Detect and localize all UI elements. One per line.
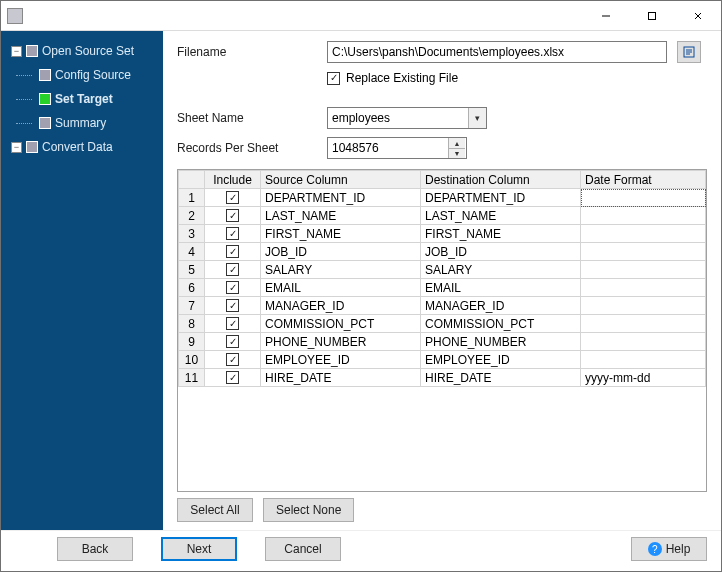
include-checkbox[interactable]: ✓ xyxy=(226,371,239,384)
records-per-sheet-label: Records Per Sheet xyxy=(177,141,317,155)
row-number: 8 xyxy=(179,315,205,333)
include-checkbox[interactable]: ✓ xyxy=(226,317,239,330)
include-checkbox[interactable]: ✓ xyxy=(226,335,239,348)
date-format-cell[interactable] xyxy=(581,261,706,279)
minimize-button[interactable] xyxy=(583,1,629,31)
maximize-button[interactable] xyxy=(629,1,675,31)
table-row[interactable]: 7✓MANAGER_IDMANAGER_ID xyxy=(179,297,706,315)
source-column-cell[interactable]: HIRE_DATE xyxy=(261,369,421,387)
source-column-cell[interactable]: PHONE_NUMBER xyxy=(261,333,421,351)
select-all-button[interactable]: Select All xyxy=(177,498,253,522)
include-checkbox[interactable]: ✓ xyxy=(226,227,239,240)
sidebar-item-set-target[interactable]: Set Target xyxy=(21,87,163,111)
date-format-cell[interactable]: yyyy-mm-dd xyxy=(581,369,706,387)
destination-column-cell[interactable]: COMMISSION_PCT xyxy=(421,315,581,333)
include-checkbox[interactable]: ✓ xyxy=(226,299,239,312)
date-format-cell[interactable] xyxy=(581,189,706,207)
back-button[interactable]: Back xyxy=(57,537,133,561)
sidebar-item-label: Config Source xyxy=(55,68,131,82)
browse-file-button[interactable] xyxy=(677,41,701,63)
table-row[interactable]: 1✓DEPARTMENT_IDDEPARTMENT_ID xyxy=(179,189,706,207)
source-column-cell[interactable]: JOB_ID xyxy=(261,243,421,261)
row-number: 7 xyxy=(179,297,205,315)
replace-existing-checkbox[interactable]: ✓ xyxy=(327,72,340,85)
help-button[interactable]: ? Help xyxy=(631,537,707,561)
include-checkbox[interactable]: ✓ xyxy=(226,209,239,222)
destination-column-cell[interactable]: JOB_ID xyxy=(421,243,581,261)
filename-label: Filename xyxy=(177,45,317,59)
destination-column-cell[interactable]: EMPLOYEE_ID xyxy=(421,351,581,369)
app-icon xyxy=(7,8,23,24)
select-none-button[interactable]: Select None xyxy=(263,498,354,522)
records-per-sheet-spinner[interactable]: ▲ ▼ xyxy=(327,137,467,159)
source-column-cell[interactable]: DEPARTMENT_ID xyxy=(261,189,421,207)
source-column-cell[interactable]: LAST_NAME xyxy=(261,207,421,225)
chevron-down-icon[interactable]: ▾ xyxy=(468,108,486,128)
destination-column-cell[interactable]: MANAGER_ID xyxy=(421,297,581,315)
row-number: 10 xyxy=(179,351,205,369)
header-destination-column[interactable]: Destination Column xyxy=(421,171,581,189)
source-column-cell[interactable]: EMPLOYEE_ID xyxy=(261,351,421,369)
include-checkbox[interactable]: ✓ xyxy=(226,263,239,276)
spinner-down-icon[interactable]: ▼ xyxy=(449,148,465,158)
date-format-cell[interactable] xyxy=(581,351,706,369)
source-column-cell[interactable]: SALARY xyxy=(261,261,421,279)
destination-column-cell[interactable]: EMAIL xyxy=(421,279,581,297)
include-checkbox[interactable]: ✓ xyxy=(226,191,239,204)
date-format-cell[interactable] xyxy=(581,333,706,351)
table-row[interactable]: 8✓COMMISSION_PCTCOMMISSION_PCT xyxy=(179,315,706,333)
table-row[interactable]: 4✓JOB_IDJOB_ID xyxy=(179,243,706,261)
table-row[interactable]: 9✓PHONE_NUMBERPHONE_NUMBER xyxy=(179,333,706,351)
close-button[interactable] xyxy=(675,1,721,31)
table-row[interactable]: 6✓EMAILEMAIL xyxy=(179,279,706,297)
sheet-name-input[interactable] xyxy=(328,108,468,128)
date-format-cell[interactable] xyxy=(581,315,706,333)
table-row[interactable]: 2✓LAST_NAMELAST_NAME xyxy=(179,207,706,225)
date-format-cell[interactable] xyxy=(581,297,706,315)
sidebar-item-label: Set Target xyxy=(55,92,113,106)
sheet-name-combo[interactable]: ▾ xyxy=(327,107,487,129)
table-row[interactable]: 5✓SALARYSALARY xyxy=(179,261,706,279)
tree-toggle-icon[interactable]: − xyxy=(11,46,22,57)
destination-column-cell[interactable]: FIRST_NAME xyxy=(421,225,581,243)
spinner-up-icon[interactable]: ▲ xyxy=(449,138,465,148)
filename-input[interactable] xyxy=(327,41,667,63)
sidebar-item-config-source[interactable]: Config Source xyxy=(21,63,163,87)
table-row[interactable]: 10✓EMPLOYEE_IDEMPLOYEE_ID xyxy=(179,351,706,369)
sidebar-group-convert-data[interactable]: −Convert Data xyxy=(1,135,163,159)
tree-toggle-icon[interactable]: − xyxy=(11,142,22,153)
destination-column-cell[interactable]: SALARY xyxy=(421,261,581,279)
header-include[interactable]: Include xyxy=(205,171,261,189)
sidebar-item-summary[interactable]: Summary xyxy=(21,111,163,135)
include-checkbox[interactable]: ✓ xyxy=(226,245,239,258)
date-format-cell[interactable] xyxy=(581,279,706,297)
sidebar-group-open-source-set[interactable]: −Open Source Set xyxy=(1,39,163,63)
records-per-sheet-input[interactable] xyxy=(328,138,448,158)
destination-column-cell[interactable]: DEPARTMENT_ID xyxy=(421,189,581,207)
sheet-name-label: Sheet Name xyxy=(177,111,317,125)
sidebar-group-label: Open Source Set xyxy=(42,44,134,58)
table-row[interactable]: 3✓FIRST_NAMEFIRST_NAME xyxy=(179,225,706,243)
destination-column-cell[interactable]: HIRE_DATE xyxy=(421,369,581,387)
source-column-cell[interactable]: EMAIL xyxy=(261,279,421,297)
include-checkbox[interactable]: ✓ xyxy=(226,281,239,294)
source-column-cell[interactable]: COMMISSION_PCT xyxy=(261,315,421,333)
header-source-column[interactable]: Source Column xyxy=(261,171,421,189)
include-checkbox[interactable]: ✓ xyxy=(226,353,239,366)
table-header-row: Include Source Column Destination Column… xyxy=(179,171,706,189)
step-box-icon xyxy=(26,45,38,57)
titlebar xyxy=(1,1,721,31)
date-format-cell[interactable] xyxy=(581,243,706,261)
cancel-button[interactable]: Cancel xyxy=(265,537,341,561)
header-date-format[interactable]: Date Format xyxy=(581,171,706,189)
table-row[interactable]: 11✓HIRE_DATEHIRE_DATEyyyy-mm-dd xyxy=(179,369,706,387)
source-column-cell[interactable]: FIRST_NAME xyxy=(261,225,421,243)
step-box-icon xyxy=(39,69,51,81)
help-icon: ? xyxy=(648,542,662,556)
destination-column-cell[interactable]: LAST_NAME xyxy=(421,207,581,225)
date-format-cell[interactable] xyxy=(581,225,706,243)
source-column-cell[interactable]: MANAGER_ID xyxy=(261,297,421,315)
next-button[interactable]: Next xyxy=(161,537,237,561)
destination-column-cell[interactable]: PHONE_NUMBER xyxy=(421,333,581,351)
date-format-cell[interactable] xyxy=(581,207,706,225)
